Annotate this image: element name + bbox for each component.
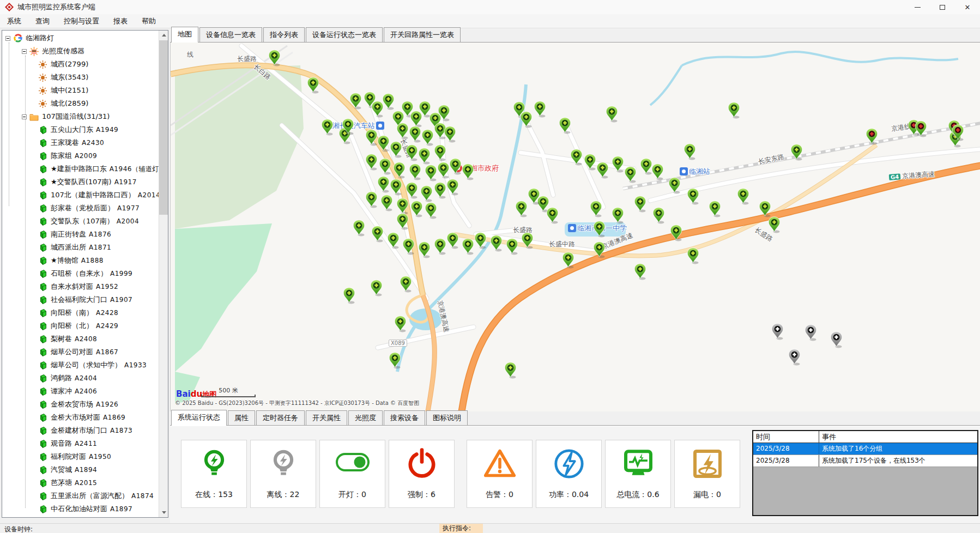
- tree-item-★建新中路路口东[interactable]: ★建新中路路口东A1946（辅道灯）: [38, 162, 159, 175]
- tree-item-交警队东（107南）[interactable]: 交警队东（107南）A2004: [38, 215, 159, 228]
- scroll-down-icon[interactable]: [159, 508, 168, 517]
- device-pin-online[interactable]: [584, 154, 596, 171]
- device-pin-online[interactable]: [593, 241, 606, 258]
- tab-搜索设备[interactable]: 搜索设备: [384, 410, 425, 425]
- device-pin-online[interactable]: [377, 176, 390, 193]
- tree-item-观音路[interactable]: 观音路A2411: [38, 437, 159, 450]
- device-pin-online[interactable]: [396, 213, 409, 230]
- tree-item-社会福利院大门口[interactable]: 社会福利院大门口A1907: [38, 293, 159, 306]
- scroll-up-icon[interactable]: [159, 31, 168, 40]
- tree-item-烟草公司对面[interactable]: 烟草公司对面A1867: [38, 346, 159, 359]
- device-pin-online[interactable]: [759, 201, 771, 217]
- minimize-button[interactable]: [905, 0, 930, 14]
- device-pin-online[interactable]: [382, 93, 395, 110]
- tree-item-梨树巷[interactable]: 梨树巷A2408: [38, 332, 159, 346]
- tree-item-中石化加油站对面[interactable]: 中石化加油站对面A1897: [38, 502, 159, 516]
- device-pin-online[interactable]: [371, 226, 384, 243]
- tab-设备信息一览表[interactable]: 设备信息一览表: [199, 27, 262, 42]
- tree-scrollbar[interactable]: [159, 31, 168, 517]
- device-pin-online[interactable]: [790, 144, 803, 161]
- device-pin-online[interactable]: [634, 263, 646, 280]
- maximize-button[interactable]: [930, 0, 955, 14]
- tree-item-彭家巷（党校后面）[interactable]: 彭家巷（党校后面）A1977: [38, 202, 159, 215]
- device-pin-online[interactable]: [396, 198, 409, 215]
- device-pin-online[interactable]: [520, 111, 533, 128]
- device-pin-online[interactable]: [410, 201, 423, 217]
- device-pin-online[interactable]: [687, 247, 699, 264]
- device-pin-online[interactable]: [593, 221, 606, 238]
- tab-定时器任务[interactable]: 定时器任务: [256, 410, 305, 425]
- tree-item-王家珑巷[interactable]: 王家珑巷A2430: [38, 136, 159, 149]
- menu-item-系统[interactable]: 系统: [0, 15, 28, 28]
- tree-item-五里派出所（富源汽配）[interactable]: 五里派出所（富源汽配）A1874: [38, 489, 159, 502]
- device-pin-online[interactable]: [728, 102, 740, 119]
- collapse-icon[interactable]: [22, 49, 27, 54]
- device-pin-online[interactable]: [624, 166, 637, 183]
- tree-item-107国道沿线(31/31)[interactable]: 107国道沿线(31/31): [22, 110, 159, 123]
- menu-item-报表[interactable]: 报表: [106, 15, 135, 28]
- tree-item-石咀桥（自来水）[interactable]: 石咀桥（自来水）A1999: [38, 267, 159, 280]
- device-pin-online[interactable]: [546, 207, 559, 224]
- device-pin-online[interactable]: [434, 182, 446, 199]
- device-pin-online[interactable]: [343, 287, 355, 304]
- tab-开关回路属性一览表[interactable]: 开关回路属性一览表: [384, 27, 461, 42]
- tree-item-芭茅塘[interactable]: 芭茅塘A2015: [38, 476, 159, 489]
- device-pin-online[interactable]: [365, 154, 378, 171]
- device-pin-online[interactable]: [406, 144, 418, 161]
- device-pin-online[interactable]: [612, 207, 624, 224]
- device-pin-online[interactable]: [420, 185, 433, 202]
- device-pin-online[interactable]: [534, 101, 546, 118]
- tree-item-城西(2799)[interactable]: 城西(2799): [38, 58, 159, 71]
- device-pin-online[interactable]: [446, 232, 459, 249]
- device-pin-online[interactable]: [634, 196, 646, 213]
- tree-item-谭家冲[interactable]: 谭家冲A2406: [38, 385, 159, 398]
- device-pin-online[interactable]: [396, 123, 409, 140]
- tree-item-★博物馆[interactable]: ★博物馆A1888: [38, 254, 159, 267]
- device-pin-online[interactable]: [389, 352, 401, 369]
- tree-item-金桥农贸市场[interactable]: 金桥农贸市场A1926: [38, 398, 159, 411]
- device-pin-online[interactable]: [418, 148, 431, 165]
- device-pin-online[interactable]: [709, 201, 721, 217]
- device-pin-online[interactable]: [612, 156, 624, 173]
- tree-item-107北（建新中路路口西）[interactable]: 107北（建新中路路口西）A2014: [38, 189, 159, 202]
- device-pin-online[interactable]: [321, 119, 334, 136]
- device-pin-online[interactable]: [446, 179, 459, 196]
- tree-item-光照度传感器[interactable]: 光照度传感器: [22, 45, 159, 58]
- scrollbar-thumb[interactable]: [159, 40, 168, 215]
- tree-item-城东(3543)[interactable]: 城东(3543): [38, 71, 159, 84]
- device-pin-online[interactable]: [490, 235, 503, 252]
- device-pin-online[interactable]: [640, 158, 652, 175]
- tree-item-临湘路灯[interactable]: 临湘路灯: [5, 32, 159, 45]
- collapse-icon[interactable]: [22, 114, 27, 119]
- tree-item-陈家组[interactable]: 陈家组A2009: [38, 149, 159, 162]
- tab-设备运行状态一览表[interactable]: 设备运行状态一览表: [306, 27, 383, 42]
- device-pin-offline[interactable]: [788, 349, 801, 366]
- device-pin-online[interactable]: [506, 238, 518, 255]
- tab-指令列表[interactable]: 指令列表: [263, 27, 305, 42]
- device-pin-online[interactable]: [365, 129, 378, 146]
- device-pin-online[interactable]: [377, 135, 390, 152]
- tree-item-城西派出所[interactable]: 城西派出所A1871: [38, 241, 159, 254]
- tree-item-城中(2151)[interactable]: 城中(2151): [38, 84, 159, 97]
- menu-item-帮助[interactable]: 帮助: [135, 15, 163, 28]
- tab-属性[interactable]: 属性: [228, 410, 255, 425]
- device-pin-online[interactable]: [652, 207, 665, 224]
- device-pin-online[interactable]: [390, 141, 402, 158]
- tab-系统运行状态[interactable]: 系统运行状态: [171, 410, 227, 426]
- device-pin-online[interactable]: [434, 144, 446, 161]
- tree-item-南正街转盘[interactable]: 南正街转盘A1876: [38, 228, 159, 241]
- tree-item-烟草公司（求知中学）[interactable]: 烟草公司（求知中学）A1933: [38, 359, 159, 372]
- collapse-icon[interactable]: [5, 36, 10, 41]
- device-pin-online[interactable]: [387, 232, 400, 249]
- device-pin-online[interactable]: [504, 362, 517, 379]
- device-pin-online[interactable]: [393, 162, 406, 179]
- device-pin-online[interactable]: [353, 220, 365, 237]
- device-pin-online[interactable]: [406, 182, 418, 199]
- tree-item-★交警队西(107南)[interactable]: ★交警队西(107南)A1917: [38, 175, 159, 189]
- close-button[interactable]: ✕: [955, 0, 980, 14]
- device-pin-online[interactable]: [390, 179, 402, 196]
- device-pin-online[interactable]: [462, 238, 474, 255]
- tree-item-向阳桥（南）[interactable]: 向阳桥（南）A2428: [38, 306, 159, 319]
- device-pin-online[interactable]: [737, 188, 749, 205]
- device-pin-alarm[interactable]: [866, 128, 878, 145]
